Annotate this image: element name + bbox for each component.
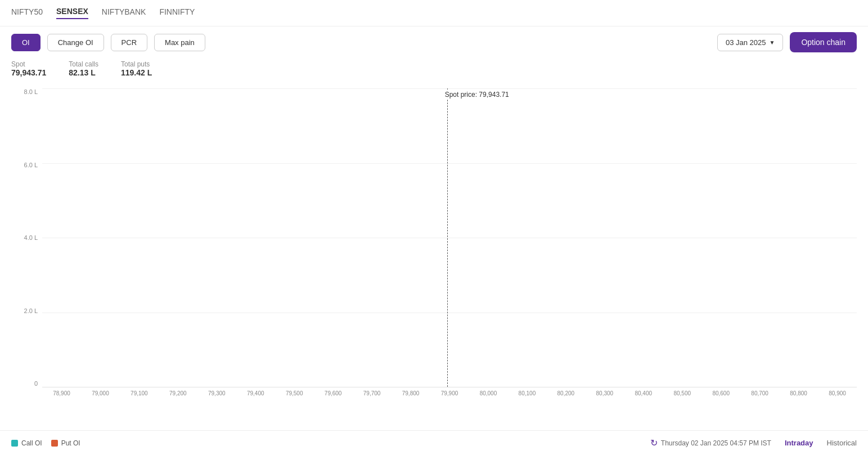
footer: Call OI Put OI ↻ Thursday 02 Jan 2025 04… bbox=[0, 430, 868, 455]
nav-item-sensex[interactable]: SENSEX bbox=[56, 7, 88, 19]
nav-item-nifty50[interactable]: NIFTY50 bbox=[11, 7, 43, 19]
intraday-tab[interactable]: Intraday bbox=[785, 439, 813, 447]
top-nav: NIFTY50 SENSEX NIFTYBANK FINNIFTY bbox=[0, 0, 868, 26]
total-puts-label: Total puts bbox=[121, 60, 152, 68]
x-label: 79,500 bbox=[275, 387, 314, 409]
y-axis: 8.0 L 6.0 L 4.0 L 2.0 L 0 bbox=[11, 88, 42, 387]
x-label: 79,600 bbox=[314, 387, 353, 409]
x-label: 79,300 bbox=[197, 387, 236, 409]
x-label: 78,900 bbox=[42, 387, 81, 409]
max-pain-button[interactable]: Max pain bbox=[154, 34, 205, 51]
bars-container bbox=[42, 88, 857, 387]
total-puts-value: 119.42 L bbox=[121, 68, 152, 77]
x-axis: 78,90079,00079,10079,20079,30079,40079,5… bbox=[42, 387, 857, 409]
nav-item-finnifty[interactable]: FINNIFTY bbox=[159, 7, 195, 19]
nav-item-niftybank[interactable]: NIFTYBANK bbox=[102, 7, 146, 19]
x-label: 80,300 bbox=[585, 387, 624, 409]
x-label: 80,500 bbox=[663, 387, 701, 409]
chevron-down-icon: ▼ bbox=[769, 39, 775, 46]
put-oi-color bbox=[51, 440, 58, 447]
refresh-area: ↻ Thursday 02 Jan 2025 04:57 PM IST bbox=[650, 438, 771, 448]
total-calls-value: 82.13 L bbox=[69, 68, 98, 77]
x-label: 79,700 bbox=[353, 387, 392, 409]
x-label: 80,800 bbox=[779, 387, 818, 409]
toolbar: OI Change OI PCR Max pain 03 Jan 2025 ▼ … bbox=[0, 26, 868, 58]
spot-stat: Spot 79,943.71 bbox=[11, 60, 46, 77]
y-label-8: 8.0 L bbox=[24, 88, 38, 95]
date-selector[interactable]: 03 Jan 2025 ▼ bbox=[717, 34, 783, 51]
legend-call-oi: Call OI bbox=[11, 439, 42, 447]
x-label: 80,200 bbox=[546, 387, 585, 409]
timestamp: Thursday 02 Jan 2025 04:57 PM IST bbox=[661, 439, 771, 447]
x-label: 80,600 bbox=[701, 387, 740, 409]
x-label: 79,100 bbox=[120, 387, 159, 409]
x-label: 79,400 bbox=[236, 387, 275, 409]
pcr-button[interactable]: PCR bbox=[111, 34, 147, 51]
x-label: 80,100 bbox=[507, 387, 546, 409]
x-label: 80,400 bbox=[624, 387, 663, 409]
total-calls-label: Total calls bbox=[69, 60, 98, 68]
y-label-6: 6.0 L bbox=[24, 162, 38, 168]
chart-area: 8.0 L 6.0 L 4.0 L 2.0 L 0 Spot price: 79… bbox=[0, 83, 868, 409]
x-label: 80,000 bbox=[469, 387, 507, 409]
y-label-2: 2.0 L bbox=[24, 307, 38, 314]
historical-tab[interactable]: Historical bbox=[827, 439, 857, 447]
x-label: 79,200 bbox=[159, 387, 197, 409]
spot-value: 79,943.71 bbox=[11, 68, 46, 77]
footer-right: ↻ Thursday 02 Jan 2025 04:57 PM IST Intr… bbox=[650, 438, 857, 448]
call-oi-color bbox=[11, 440, 18, 447]
legend-put-oi: Put OI bbox=[51, 439, 80, 447]
x-label: 80,700 bbox=[740, 387, 779, 409]
call-oi-label: Call OI bbox=[21, 439, 42, 447]
x-label: 79,900 bbox=[430, 387, 469, 409]
stats-bar: Spot 79,943.71 Total calls 82.13 L Total… bbox=[0, 58, 868, 83]
x-label: 79,800 bbox=[392, 387, 430, 409]
option-chain-button[interactable]: Option chain bbox=[790, 32, 857, 52]
total-calls-stat: Total calls 82.13 L bbox=[69, 60, 98, 77]
refresh-icon[interactable]: ↻ bbox=[650, 438, 658, 448]
spot-label: Spot bbox=[11, 60, 46, 68]
chart-container: 8.0 L 6.0 L 4.0 L 2.0 L 0 Spot price: 79… bbox=[11, 88, 857, 409]
y-label-0: 0 bbox=[34, 380, 38, 387]
put-oi-label: Put OI bbox=[61, 439, 80, 447]
change-oi-button[interactable]: Change OI bbox=[47, 34, 104, 51]
x-label: 80,900 bbox=[818, 387, 857, 409]
date-label: 03 Jan 2025 bbox=[726, 38, 766, 47]
total-puts-stat: Total puts 119.42 L bbox=[121, 60, 152, 77]
y-label-4: 4.0 L bbox=[24, 234, 38, 241]
x-label: 79,000 bbox=[81, 387, 120, 409]
oi-button[interactable]: OI bbox=[11, 34, 41, 51]
